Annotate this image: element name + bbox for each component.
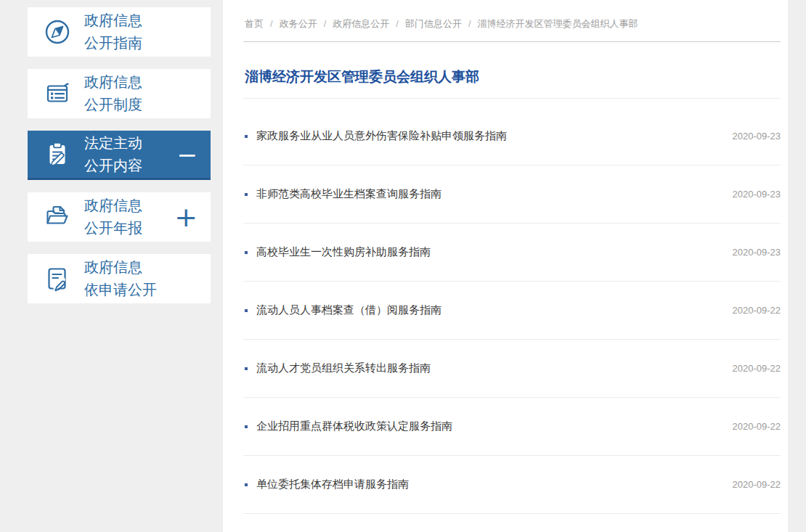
sidebar-item-label: 政府信息依申请公开 <box>84 256 157 301</box>
bullet-icon <box>245 251 248 254</box>
article-link[interactable]: 流动人才党员组织关系转出服务指南 <box>256 361 431 375</box>
bullet-icon <box>245 193 248 196</box>
plus-icon[interactable]: + <box>174 203 198 231</box>
breadcrumb-item-4[interactable]: 部门信息公开 <box>405 18 462 29</box>
folder-icon <box>43 202 72 232</box>
article-date: 2020-09-23 <box>733 131 781 142</box>
list-item: 家政服务业从业人员意外伤害保险补贴申领服务指南 2020-09-23 <box>243 107 781 165</box>
article-link[interactable]: 家政服务业从业人员意外伤害保险补贴申领服务指南 <box>256 129 507 143</box>
article-list: 家政服务业从业人员意外伤害保险补贴申领服务指南 2020-09-23 非师范类高… <box>243 107 781 532</box>
article-date: 2020-09-22 <box>733 479 781 490</box>
page-title: 淄博经济开发区管理委员会组织人事部 <box>243 52 781 99</box>
article-link[interactable]: 流动人员人事档案查（借）阅服务指南 <box>256 303 441 317</box>
bullet-icon <box>245 483 248 486</box>
sidebar-item-1[interactable]: 政府信息公开指南 <box>28 7 211 57</box>
clipboard-edit-icon <box>43 140 72 169</box>
article-date: 2020-09-23 <box>733 247 781 258</box>
sidebar-item-3[interactable]: 法定主动公开内容 − <box>28 131 211 180</box>
bullet-icon <box>245 309 248 312</box>
list-item: 流动人才党员组织关系转出服务指南 2020-09-22 <box>243 340 781 398</box>
sidebar-item-label: 政府信息公开制度 <box>84 71 142 116</box>
page: { "theme": { "accent": "#2e6da4", "activ… <box>0 0 806 532</box>
list-item: 淄博市以工代训职业培训补贴服务指南 2020-09-22 <box>243 514 781 532</box>
article-date: 2020-09-22 <box>733 305 781 316</box>
document-edit-icon <box>43 264 72 293</box>
sidebar-item-4[interactable]: 政府信息公开年报 + <box>28 192 211 242</box>
content-panel: 首页/政务公开/政府信息公开/部门信息公开/淄博经济开发区管理委员会组织人事部 … <box>223 0 788 532</box>
breadcrumb-item-2[interactable]: 政务公开 <box>280 18 317 29</box>
breadcrumb-item-1[interactable]: 首页 <box>245 18 264 29</box>
list-item: 单位委托集体存档申请服务指南 2020-09-22 <box>243 456 781 514</box>
list-item: 高校毕业生一次性购房补助服务指南 2020-09-23 <box>243 224 781 282</box>
bullet-icon <box>245 135 248 138</box>
sidebar-item-5[interactable]: 政府信息依申请公开 <box>28 254 211 303</box>
ledger-icon <box>43 79 72 108</box>
breadcrumb-separator: / <box>270 18 273 29</box>
breadcrumb-item-5: 淄博经济开发区管理委员会组织人事部 <box>478 18 638 29</box>
minus-icon[interactable]: − <box>177 142 198 167</box>
article-link[interactable]: 高校毕业生一次性购房补助服务指南 <box>256 245 431 259</box>
article-link[interactable]: 企业招用重点群体税收政策认定服务指南 <box>256 420 452 433</box>
list-item: 流动人员人事档案查（借）阅服务指南 2020-09-22 <box>243 282 781 340</box>
sidebar-item-2[interactable]: 政府信息公开制度 <box>28 69 211 118</box>
sidebar-item-label: 政府信息公开指南 <box>84 9 142 54</box>
article-date: 2020-09-22 <box>733 421 781 432</box>
article-date: 2020-09-23 <box>733 189 781 200</box>
sidebar-item-label: 政府信息公开年报 <box>84 195 142 240</box>
sidebar: 政府信息公开指南 政府信息公开制度 法定主动公开内容 − 政府信息公开年报 + … <box>28 7 211 316</box>
list-item: 非师范类高校毕业生档案查询服务指南 2020-09-23 <box>243 165 781 224</box>
article-link[interactable]: 非师范类高校毕业生档案查询服务指南 <box>256 187 441 201</box>
breadcrumb-separator: / <box>324 18 327 29</box>
breadcrumb-item-3[interactable]: 政府信息公开 <box>333 18 389 29</box>
sidebar-item-label: 法定主动公开内容 <box>84 132 142 177</box>
bullet-icon <box>245 367 248 370</box>
article-link[interactable]: 单位委托集体存档申请服务指南 <box>256 478 409 491</box>
breadcrumb-separator: / <box>468 18 471 29</box>
list-item: 企业招用重点群体税收政策认定服务指南 2020-09-22 <box>243 398 781 456</box>
breadcrumb: 首页/政务公开/政府信息公开/部门信息公开/淄博经济开发区管理委员会组织人事部 <box>243 0 781 42</box>
compass-icon <box>43 17 72 46</box>
breadcrumb-separator: / <box>396 18 399 29</box>
article-date: 2020-09-22 <box>733 363 781 374</box>
bullet-icon <box>245 425 248 428</box>
